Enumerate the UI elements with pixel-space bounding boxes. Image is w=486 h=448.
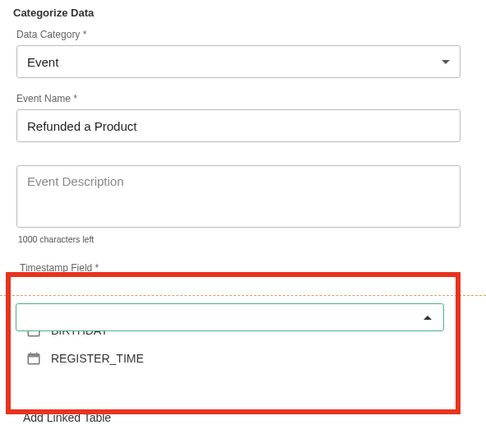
dashed-divider	[0, 295, 486, 296]
data-category-group: Data Category * Event	[13, 29, 473, 78]
section-title: Categorize Data	[13, 7, 473, 19]
event-description-group: 1000 characters left	[13, 165, 473, 244]
chevron-down-icon	[442, 60, 450, 64]
dropdown-option-label: REGISTER_TIME	[51, 352, 144, 365]
data-category-select[interactable]: Event	[16, 45, 461, 78]
timestamp-field-group: Timestamp Field *	[13, 262, 473, 274]
dropdown-option-register-time[interactable]: REGISTER_TIME	[13, 344, 444, 372]
event-name-label: Event Name *	[16, 93, 473, 104]
add-linked-table-label: Add Linked Table	[23, 411, 111, 424]
timestamp-field-label: Timestamp Field *	[20, 262, 473, 274]
calendar-icon	[26, 351, 41, 366]
data-category-value: Event	[27, 55, 58, 69]
timestamp-field-select[interactable]	[16, 303, 444, 331]
chevron-up-icon	[424, 316, 432, 320]
event-name-input[interactable]	[16, 109, 461, 142]
event-description-textarea[interactable]	[16, 165, 461, 228]
data-category-label: Data Category *	[16, 29, 473, 40]
event-name-group: Event Name *	[13, 93, 473, 142]
svg-rect-5	[28, 354, 39, 358]
event-description-helper: 1000 characters left	[18, 234, 473, 244]
